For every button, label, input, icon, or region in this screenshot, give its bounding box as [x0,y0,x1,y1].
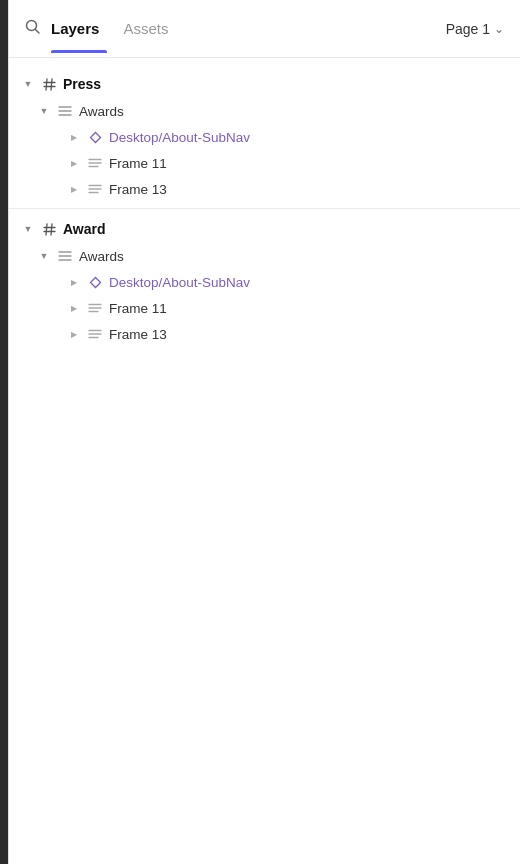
svg-line-15 [46,224,47,235]
group-label-awards-2: Awards [79,249,124,264]
tab-bar: Layers Assets Page 1 ⌄ [9,0,520,58]
frame-label-press: Press [63,76,101,92]
frame-label-award: Award [63,221,106,237]
svg-line-2 [46,79,47,90]
group-header-awards-2[interactable]: Awards [37,243,520,269]
frame-group-award: Award Awards Desktop/About-SubNav Frame … [9,215,520,347]
layer-arrow-frame11-2[interactable] [67,301,81,315]
svg-line-1 [36,29,40,33]
svg-line-3 [51,79,52,90]
layer-label-desktop-subnav-1: Desktop/About-SubNav [109,130,250,145]
layer-label-frame11-2: Frame 11 [109,301,167,316]
left-edge [0,0,8,864]
section-divider [9,208,520,209]
layer-item-frame11-2[interactable]: Frame 11 [67,295,520,321]
page-selector[interactable]: Page 1 ⌄ [446,21,504,37]
collapse-arrow-awards-2[interactable] [37,249,51,263]
lines-icon-awards-1 [57,103,73,119]
hash-icon-press [41,76,57,92]
layer-label-frame11-1: Frame 11 [109,156,167,171]
layer-label-frame13-1: Frame 13 [109,182,167,197]
lines-icon-frame13-1 [87,181,103,197]
layer-tree: Press Awards Desktop/About-SubNav Frame … [9,58,520,864]
layer-item-frame13-2[interactable]: Frame 13 [67,321,520,347]
layer-arrow-desktop-subnav-1[interactable] [67,130,81,144]
chevron-down-icon: ⌄ [494,22,504,36]
layer-item-frame13-1[interactable]: Frame 13 [67,176,520,202]
layer-list-awards-2: Desktop/About-SubNav Frame 11 Frame 13 [37,269,520,347]
tab-assets[interactable]: Assets [115,16,176,41]
layer-list-awards-1: Desktop/About-SubNav Frame 11 Frame 13 [37,124,520,202]
layers-panel: Layers Assets Page 1 ⌄ Press Awards Des [8,0,520,864]
group-header-awards-1[interactable]: Awards [37,98,520,124]
layer-arrow-desktop-subnav-2[interactable] [67,275,81,289]
diamond-icon-desktop-subnav-1 [87,129,103,145]
child-group-awards-1: Awards Desktop/About-SubNav Frame 11 Fra… [9,98,520,202]
layer-item-frame11-1[interactable]: Frame 11 [67,150,520,176]
tab-layers[interactable]: Layers [51,16,107,41]
collapse-arrow-press[interactable] [21,77,35,91]
hash-icon-award [41,221,57,237]
group-label-awards-1: Awards [79,104,124,119]
lines-icon-awards-2 [57,248,73,264]
collapse-arrow-award[interactable] [21,222,35,236]
layer-label-frame13-2: Frame 13 [109,327,167,342]
frame-header-press[interactable]: Press [9,70,520,98]
collapse-arrow-awards-1[interactable] [37,104,51,118]
frame-group-press: Press Awards Desktop/About-SubNav Frame … [9,70,520,202]
frame-header-award[interactable]: Award [9,215,520,243]
svg-line-16 [51,224,52,235]
layer-arrow-frame11-1[interactable] [67,156,81,170]
layer-label-desktop-subnav-2: Desktop/About-SubNav [109,275,250,290]
lines-icon-frame11-1 [87,155,103,171]
lines-icon-frame13-2 [87,326,103,342]
layer-arrow-frame13-1[interactable] [67,182,81,196]
child-group-awards-2: Awards Desktop/About-SubNav Frame 11 Fra… [9,243,520,347]
lines-icon-frame11-2 [87,300,103,316]
diamond-icon-desktop-subnav-2 [87,274,103,290]
layer-item-desktop-subnav-1[interactable]: Desktop/About-SubNav [67,124,520,150]
layer-arrow-frame13-2[interactable] [67,327,81,341]
page-selector-label: Page 1 [446,21,490,37]
layer-item-desktop-subnav-2[interactable]: Desktop/About-SubNav [67,269,520,295]
search-icon[interactable] [25,19,41,39]
